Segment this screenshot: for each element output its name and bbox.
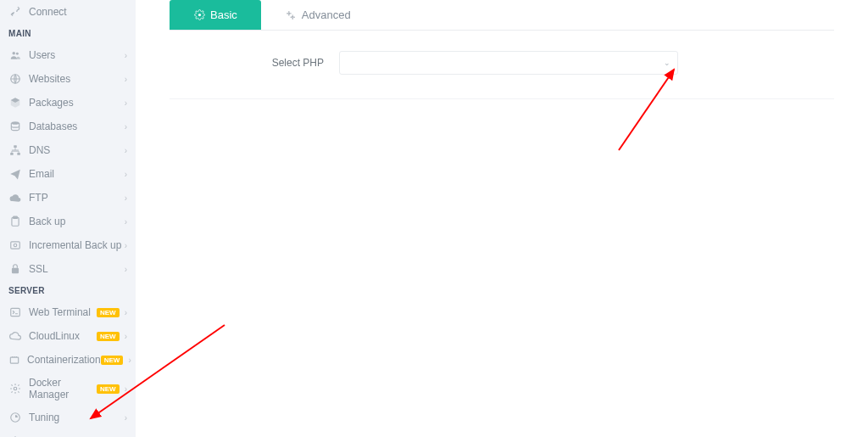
select-php-dropdown[interactable]: ⌄ <box>339 51 678 75</box>
sidebar-label: Email <box>29 168 125 180</box>
sidebar-item-email[interactable]: Email › <box>0 162 136 186</box>
lock-icon <box>8 262 22 276</box>
chevron-right-icon: › <box>125 75 127 84</box>
sidebar-item-incremental-backup[interactable]: Incremental Back up › <box>0 233 136 257</box>
new-badge: NEW <box>97 332 120 341</box>
database-icon <box>8 120 22 133</box>
select-php-label: Select PHP <box>186 57 339 69</box>
sidebar-label: Docker Manager <box>29 377 97 401</box>
chevron-right-icon: › <box>125 193 127 203</box>
chevron-right-icon: › <box>128 356 131 365</box>
gear-icon <box>8 382 22 395</box>
sidebar-label: Connect <box>29 6 127 18</box>
sidebar-label: Back up <box>29 216 125 227</box>
tabs: Basic Advanced <box>170 0 834 31</box>
svg-rect-6 <box>17 153 20 155</box>
gears-icon <box>285 9 297 21</box>
sidebar-item-cloudlinux[interactable]: CloudLinux NEW › <box>0 324 136 348</box>
sidebar-item-packages[interactable]: Packages › <box>0 91 136 115</box>
sidebar-item-web-terminal[interactable]: Web Terminal NEW › <box>0 300 136 324</box>
sidebar-label: Tuning <box>29 412 125 423</box>
disk-icon <box>8 238 22 252</box>
new-badge: NEW <box>97 308 120 317</box>
chevron-right-icon: › <box>125 332 127 341</box>
sidebar-item-docker[interactable]: Docker Manager NEW › <box>0 372 136 406</box>
svg-point-3 <box>11 121 19 125</box>
chevron-right-icon: › <box>125 146 127 155</box>
sidebar-header-main: MAIN <box>0 24 136 43</box>
tab-basic[interactable]: Basic <box>170 0 261 30</box>
chevron-right-icon: › <box>125 265 127 274</box>
chevron-right-icon: › <box>125 413 127 423</box>
main-content: Basic Advanced Select PHP ⌄ <box>136 0 868 99</box>
gauge-icon <box>8 411 22 424</box>
tab-label: Basic <box>210 8 237 21</box>
cloud-icon <box>8 329 22 343</box>
svg-point-10 <box>14 244 17 247</box>
svg-rect-8 <box>14 216 18 218</box>
sidebar-label: CloudLinux <box>29 330 97 342</box>
sidebar-label: DNS <box>29 144 125 156</box>
svg-rect-12 <box>11 308 20 316</box>
chevron-right-icon: › <box>125 170 127 179</box>
sidebar-label: Containerization <box>27 354 101 366</box>
svg-rect-5 <box>10 153 13 155</box>
svg-point-18 <box>288 13 290 14</box>
sidebar-label: SSL <box>29 263 125 275</box>
gear-icon <box>193 9 205 21</box>
sidebar-item-users[interactable]: Users › <box>0 43 136 67</box>
sidebar-label: Packages <box>29 97 125 109</box>
sitemap-icon <box>8 143 22 157</box>
new-badge: NEW <box>97 384 120 394</box>
svg-point-17 <box>198 14 200 16</box>
chevron-right-icon: › <box>125 122 127 132</box>
tab-advanced[interactable]: Advanced <box>261 0 375 30</box>
globe-icon <box>8 72 22 86</box>
sidebar-label: Web Terminal <box>29 306 97 318</box>
sidebar: Connect MAIN Users › Websites › Packages… <box>0 0 136 437</box>
sidebar-label: FTP <box>29 192 125 204</box>
clipboard-icon <box>8 215 22 228</box>
new-badge: NEW <box>101 356 124 365</box>
sidebar-item-ftp[interactable]: FTP › <box>0 186 136 210</box>
svg-rect-4 <box>14 145 17 148</box>
svg-point-1 <box>16 53 19 55</box>
cloud-icon <box>8 191 22 204</box>
sidebar-label: Users <box>29 49 125 61</box>
svg-point-14 <box>14 387 17 390</box>
sidebar-header-server: SERVER <box>0 281 136 300</box>
chevron-right-icon: › <box>125 308 127 317</box>
sidebar-item-containerization[interactable]: Containerization NEW › <box>0 348 136 372</box>
svg-point-0 <box>13 52 16 54</box>
tab-label: Advanced <box>302 8 351 21</box>
sidebar-label: Websites <box>29 73 125 85</box>
sidebar-label: Databases <box>29 120 125 132</box>
svg-rect-9 <box>11 242 20 249</box>
sidebar-item-server-status[interactable]: Server Status › <box>0 429 136 437</box>
sidebar-item-connect[interactable]: Connect <box>0 0 136 24</box>
sidebar-item-tuning[interactable]: Tuning › <box>0 406 136 429</box>
sidebar-item-websites[interactable]: Websites › <box>0 67 136 91</box>
users-icon <box>8 48 22 62</box>
sidebar-item-backup[interactable]: Back up › <box>0 210 136 233</box>
chevron-right-icon: › <box>125 384 127 394</box>
chevron-right-icon: › <box>125 241 127 250</box>
svg-point-19 <box>292 16 293 18</box>
chevron-down-icon: ⌄ <box>664 59 670 67</box>
form-row-select-php: Select PHP ⌄ <box>170 31 834 99</box>
sidebar-item-databases[interactable]: Databases › <box>0 115 136 138</box>
svg-rect-13 <box>10 357 18 363</box>
chevron-right-icon: › <box>125 51 127 60</box>
sidebar-label: Incremental Back up <box>29 239 125 251</box>
paper-plane-icon <box>8 167 22 181</box>
package-icon <box>8 96 22 109</box>
plug-icon <box>8 5 22 19</box>
sidebar-item-ssl[interactable]: SSL › <box>0 257 136 281</box>
sidebar-item-dns[interactable]: DNS › <box>0 138 136 162</box>
chevron-right-icon: › <box>125 98 127 108</box>
chevron-right-icon: › <box>125 217 127 227</box>
svg-rect-11 <box>12 268 19 273</box>
terminal-icon <box>8 305 22 319</box>
container-icon <box>8 353 20 367</box>
